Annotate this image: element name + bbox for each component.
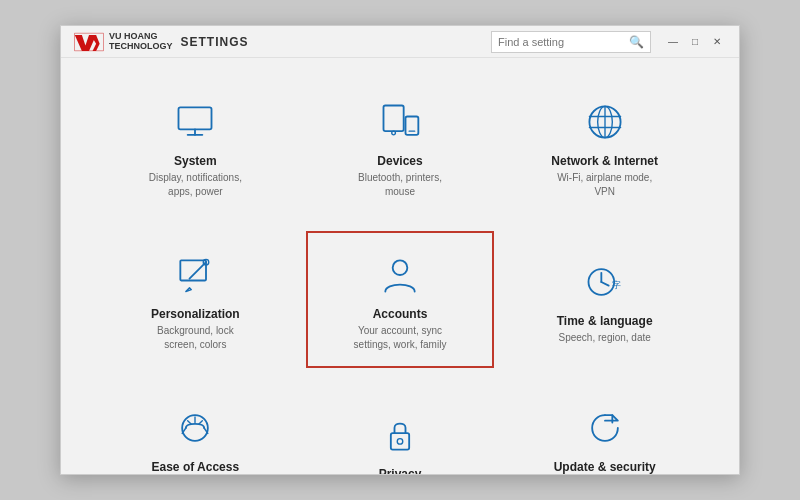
personalization-subtitle: Background, lockscreen, colors — [157, 324, 234, 352]
main-content: System Display, notifications,apps, powe… — [61, 58, 739, 474]
logo-text: VU HOANGTECHNOLOGY — [109, 32, 173, 52]
system-subtitle: Display, notifications,apps, power — [149, 171, 242, 199]
personalization-icon — [171, 251, 219, 299]
svg-line-16 — [190, 262, 207, 279]
privacy-title: Privacy — [379, 467, 422, 474]
network-icon — [581, 98, 629, 146]
system-icon — [171, 98, 219, 146]
tile-network[interactable]: Network & Internet Wi-Fi, airplane mode,… — [510, 78, 699, 215]
svg-point-18 — [393, 260, 408, 275]
tile-ease[interactable]: Ease of Access Narrator, magnifier,high … — [101, 384, 290, 474]
title-bar: VU HOANGTECHNOLOGY SETTINGS 🔍 — □ ✕ — [61, 26, 739, 58]
svg-rect-15 — [181, 260, 207, 280]
window-title: SETTINGS — [181, 35, 249, 49]
settings-window: VU HOANGTECHNOLOGY SETTINGS 🔍 — □ ✕ Syst… — [60, 25, 740, 475]
search-input[interactable] — [498, 36, 625, 48]
settings-grid: System Display, notifications,apps, powe… — [101, 78, 699, 474]
privacy-icon — [376, 411, 424, 459]
svg-point-25 — [397, 439, 403, 445]
system-title: System — [174, 154, 217, 168]
svg-rect-6 — [383, 106, 403, 132]
devices-title: Devices — [377, 154, 422, 168]
network-title: Network & Internet — [551, 154, 658, 168]
title-bar-right: 🔍 — □ ✕ — [491, 31, 727, 53]
tile-update[interactable]: Update & security Windows Update,recover… — [510, 384, 699, 474]
tile-accounts[interactable]: Accounts Your account, syncsettings, wor… — [306, 231, 495, 368]
svg-line-21 — [601, 282, 608, 286]
devices-icon — [376, 98, 424, 146]
minimize-button[interactable]: — — [663, 32, 683, 52]
tile-devices[interactable]: Devices Bluetooth, printers,mouse — [306, 78, 495, 215]
accounts-subtitle: Your account, syncsettings, work, family — [354, 324, 447, 352]
svg-point-7 — [392, 131, 396, 135]
tile-system[interactable]: System Display, notifications,apps, powe… — [101, 78, 290, 215]
personalization-title: Personalization — [151, 307, 240, 321]
tile-personalization[interactable]: Personalization Background, lockscreen, … — [101, 231, 290, 368]
window-controls: — □ ✕ — [663, 32, 727, 52]
close-button[interactable]: ✕ — [707, 32, 727, 52]
svg-rect-3 — [179, 107, 212, 129]
network-subtitle: Wi-Fi, airplane mode,VPN — [557, 171, 652, 199]
accounts-title: Accounts — [373, 307, 428, 321]
ease-title: Ease of Access — [152, 460, 240, 474]
time-icon: 字 — [581, 258, 629, 306]
svg-rect-24 — [391, 433, 409, 450]
svg-rect-8 — [405, 117, 418, 135]
time-title: Time & language — [557, 314, 653, 328]
logo: VU HOANGTECHNOLOGY — [73, 31, 173, 53]
logo-icon — [73, 31, 105, 53]
svg-text:字: 字 — [612, 280, 621, 290]
accounts-icon — [376, 251, 424, 299]
time-subtitle: Speech, region, date — [559, 331, 651, 345]
ease-icon — [171, 404, 219, 452]
tile-privacy[interactable]: Privacy Location, camera — [306, 384, 495, 474]
maximize-button[interactable]: □ — [685, 32, 705, 52]
update-icon — [581, 404, 629, 452]
update-title: Update & security — [554, 460, 656, 474]
devices-subtitle: Bluetooth, printers,mouse — [358, 171, 442, 199]
title-bar-left: VU HOANGTECHNOLOGY SETTINGS — [73, 31, 249, 53]
tile-time[interactable]: 字 Time & language Speech, region, date — [510, 231, 699, 368]
search-box[interactable]: 🔍 — [491, 31, 651, 53]
search-icon: 🔍 — [629, 35, 644, 49]
